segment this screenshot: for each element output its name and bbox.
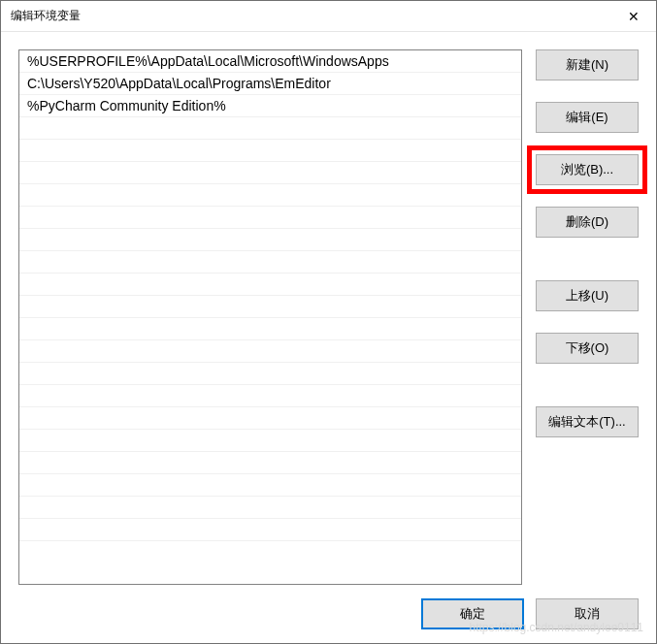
list-empty-row[interactable] xyxy=(19,474,521,497)
move-up-button[interactable]: 上移(U) xyxy=(536,280,639,311)
new-button[interactable]: 新建(N) xyxy=(536,49,639,80)
list-empty-row[interactable] xyxy=(19,274,521,296)
content-area: %USERPROFILE%\AppData\Local\Microsoft\Wi… xyxy=(1,32,656,643)
spacer xyxy=(536,80,639,102)
delete-button[interactable]: 删除(D) xyxy=(536,207,639,238)
path-listbox[interactable]: %USERPROFILE%\AppData\Local\Microsoft\Wi… xyxy=(18,49,522,585)
main-row: %USERPROFILE%\AppData\Local\Microsoft\Wi… xyxy=(18,49,639,585)
spacer xyxy=(536,133,639,154)
spacer xyxy=(536,364,639,385)
list-empty-row[interactable] xyxy=(19,363,521,385)
highlighted-wrap: 浏览(B)... xyxy=(536,154,639,185)
list-empty-row[interactable] xyxy=(19,407,521,430)
list-empty-row[interactable] xyxy=(19,207,521,229)
button-column: 新建(N) 编辑(E) 浏览(B)... 删除(D) 上移(U) 下移(O) 编… xyxy=(536,49,639,585)
list-empty-row[interactable] xyxy=(19,184,521,207)
browse-button[interactable]: 浏览(B)... xyxy=(536,154,639,185)
list-empty-row[interactable] xyxy=(19,296,521,318)
titlebar: 编辑环境变量 ✕ xyxy=(1,1,656,32)
list-empty-row[interactable] xyxy=(19,497,521,519)
list-empty-row[interactable] xyxy=(19,430,521,452)
list-empty-row[interactable] xyxy=(19,251,521,274)
close-icon: ✕ xyxy=(628,9,640,24)
spacer xyxy=(536,238,639,259)
spacer xyxy=(536,311,639,333)
list-empty-row[interactable] xyxy=(19,117,521,140)
window-title: 编辑环境变量 xyxy=(11,8,81,24)
spacer xyxy=(536,385,639,406)
list-empty-row[interactable] xyxy=(19,452,521,474)
list-item[interactable]: C:\Users\Y520\AppData\Local\Programs\EmE… xyxy=(19,73,521,95)
edit-button[interactable]: 编辑(E) xyxy=(536,102,639,133)
spacer xyxy=(536,259,639,280)
move-down-button[interactable]: 下移(O) xyxy=(536,333,639,364)
ok-button[interactable]: 确定 xyxy=(421,598,524,629)
list-empty-row[interactable] xyxy=(19,385,521,407)
list-empty-row[interactable] xyxy=(19,318,521,340)
list-empty-row[interactable] xyxy=(19,229,521,251)
edit-text-button[interactable]: 编辑文本(T)... xyxy=(536,406,639,437)
list-item[interactable]: %USERPROFILE%\AppData\Local\Microsoft\Wi… xyxy=(19,50,521,73)
footer-row: 确定 取消 xyxy=(18,598,639,629)
list-item[interactable]: %PyCharm Community Edition% xyxy=(19,95,521,117)
dialog-window: 编辑环境变量 ✕ %USERPROFILE%\AppData\Local\Mic… xyxy=(0,0,657,644)
list-empty-row[interactable] xyxy=(19,162,521,184)
cancel-button[interactable]: 取消 xyxy=(536,598,639,629)
spacer xyxy=(536,185,639,207)
list-empty-row[interactable] xyxy=(19,519,521,541)
list-empty-row[interactable] xyxy=(19,340,521,363)
list-empty-row[interactable] xyxy=(19,140,521,162)
close-button[interactable]: ✕ xyxy=(611,1,656,31)
